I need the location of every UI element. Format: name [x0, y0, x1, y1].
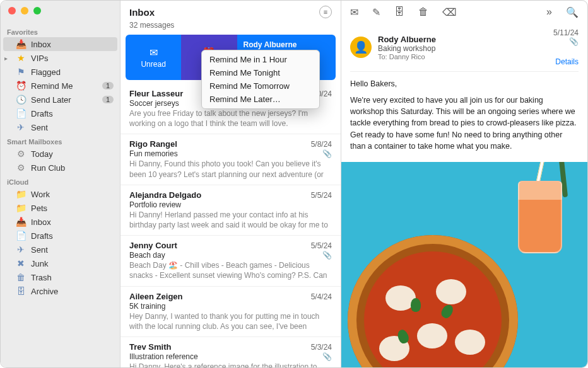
- remind-context-menu: Remind Me in 1 Hour Remind Me Tonight Re…: [201, 50, 320, 109]
- archive-icon[interactable]: 🗄: [394, 6, 404, 18]
- message-subject: Beach day: [129, 251, 165, 260]
- menu-item-remind-tonight[interactable]: Remind Me Tonight: [202, 66, 319, 79]
- sidebar-item-drafts[interactable]: 📄 Drafts: [1, 106, 120, 120]
- sidebar-item-label: Pets: [31, 204, 47, 213]
- message-sender: Aileen Zeigen: [129, 292, 183, 301]
- filter-icon[interactable]: ≡: [319, 6, 332, 18]
- details-link[interactable]: Details: [553, 57, 579, 66]
- message-preview: Hey Danny, I wanted to thank you for put…: [129, 311, 332, 331]
- message-cell[interactable]: Trev Smith5/3/24Illustration reference📎H…: [121, 337, 341, 368]
- message-preview: Hi Danny! Herland passed me your contact…: [129, 210, 332, 230]
- junk-icon: ✖︎: [16, 258, 26, 268]
- menu-item-remind-1h[interactable]: Remind Me in 1 Hour: [202, 53, 319, 66]
- zoom-window-icon[interactable]: [33, 7, 41, 14]
- message-sender: Rigo Rangel: [129, 139, 177, 149]
- message-cell[interactable]: Aileen Zeigen5/4/245K trainingHey Danny,…: [121, 287, 341, 337]
- message-cell[interactable]: Rigo Rangel5/8/24Fun memories📎Hi Danny, …: [121, 134, 341, 185]
- delete-icon[interactable]: 🗑: [418, 6, 428, 18]
- sent-icon: ✈︎: [16, 122, 26, 132]
- sidebar-item-icloud-sent[interactable]: ✈︎ Sent: [1, 243, 120, 256]
- sidebar-item-trash[interactable]: 🗑 Trash: [1, 270, 120, 284]
- send-later-icon: 🕓: [16, 95, 26, 105]
- message-date: 5/3/24: [311, 343, 332, 352]
- swipe-unread-button[interactable]: ✉︎ Unread: [126, 35, 181, 80]
- sidebar-item-icloud-inbox[interactable]: 📥 Inbox: [1, 215, 120, 229]
- sidebar-item-label: Sent: [31, 245, 48, 255]
- message-date: 5/8/24: [311, 140, 332, 149]
- attachment-icon: 📎: [322, 251, 332, 260]
- sidebar-item-pets[interactable]: 📁 Pets: [1, 201, 120, 215]
- sidebar-item-work[interactable]: 📁 Work: [1, 187, 120, 201]
- sidebar-item-label: Work: [31, 190, 50, 199]
- flag-icon: ⚑: [16, 67, 26, 77]
- pizza-illustration: [348, 235, 518, 367]
- close-window-icon[interactable]: [8, 7, 16, 14]
- mailbox-title: Inbox: [129, 7, 155, 18]
- search-icon[interactable]: 🔍: [566, 6, 579, 18]
- message-preview: Are you free Friday to talk about the ne…: [129, 108, 332, 129]
- sidebar-item-label: Run Club: [31, 163, 65, 173]
- gear-icon: ⚙︎: [16, 149, 26, 159]
- sidebar: Favorites 📥 Inbox ▸ ★ VIPs ⚑ Flagged ⏰ R…: [1, 1, 121, 367]
- sidebar-item-today[interactable]: ⚙︎ Today: [1, 147, 120, 161]
- message-date: 5/5/24: [311, 241, 332, 250]
- reader-header: 👤 Rody Albuerne Baking workshop To: Dann…: [341, 23, 587, 66]
- inbox-icon: 📥: [16, 217, 26, 227]
- junk-icon[interactable]: ⌫: [442, 6, 457, 18]
- messages-container: Fleur Lasseur5/10/24Soccer jerseysAre yo…: [121, 84, 341, 368]
- message-subject: Illustration reference: [129, 352, 198, 361]
- sidebar-item-icloud-drafts[interactable]: 📄 Drafts: [1, 229, 120, 243]
- reader-from: Rody Albuerne: [378, 35, 547, 44]
- menu-item-remind-tomorrow[interactable]: Remind Me Tomorrow: [202, 79, 319, 93]
- sidebar-item-label: Drafts: [31, 231, 53, 241]
- sidebar-item-send-later[interactable]: 🕓 Send Later 1: [1, 93, 120, 106]
- sidebar-item-inbox[interactable]: 📥 Inbox: [3, 37, 117, 51]
- folder-icon: 📁: [16, 189, 26, 199]
- window-controls: [1, 1, 120, 25]
- message-date: 5/4/24: [311, 292, 332, 301]
- message-sender: Jenny Court: [129, 241, 177, 250]
- reader-date: 5/11/24: [553, 28, 579, 37]
- message-preview: Hi Danny, Found this photo you took! Can…: [129, 159, 332, 179]
- message-count: 32 messages: [121, 21, 341, 35]
- sidebar-item-label: Drafts: [31, 109, 53, 118]
- reader-subject: Baking workshop: [378, 44, 547, 53]
- clock-icon: ⏰: [16, 81, 26, 91]
- sidebar-item-junk[interactable]: ✖︎ Junk: [1, 256, 120, 270]
- folder-icon: 📁: [16, 203, 26, 213]
- sidebar-item-remind-me[interactable]: ⏰ Remind Me 1: [1, 79, 120, 93]
- message-sender: Trev Smith: [129, 342, 171, 352]
- trash-icon: 🗑: [16, 272, 26, 282]
- list-header: Inbox ≡: [121, 1, 341, 21]
- menu-item-remind-later[interactable]: Remind Me Later…: [202, 93, 319, 106]
- message-sender: Fleur Lasseur: [129, 89, 183, 98]
- chevron-right-icon[interactable]: ▸: [4, 55, 8, 62]
- body-greeting: Hello Bakers,: [350, 78, 579, 89]
- more-icon[interactable]: »: [546, 6, 552, 18]
- minimize-window-icon[interactable]: [21, 7, 28, 14]
- sidebar-item-archive[interactable]: 🗄 Archive: [1, 284, 120, 298]
- badge: 1: [102, 96, 114, 103]
- compose-icon[interactable]: ✎: [372, 6, 380, 18]
- drafts-icon: 📄: [16, 108, 26, 118]
- sidebar-item-run-club[interactable]: ⚙︎ Run Club: [1, 161, 120, 175]
- attachment-icon: 📎: [322, 352, 332, 361]
- reply-icon[interactable]: ✉︎: [350, 6, 358, 18]
- reader-to: Danny Rico: [389, 53, 425, 60]
- message-cell[interactable]: Jenny Court5/5/24Beach day📎Beach Day 🏖️ …: [121, 236, 341, 286]
- attachment-icon: 📎: [553, 37, 579, 46]
- message-cell[interactable]: Alejandra Delgado5/5/24Portfolio reviewH…: [121, 185, 341, 236]
- sidebar-item-flagged[interactable]: ⚑ Flagged: [1, 65, 120, 79]
- reader-to-label: To:: [378, 53, 387, 60]
- reader-pane: ✉︎ ✎ 🗄 🗑 ⌫ » 🔍 👤 Rody Albuerne Baking wo…: [341, 1, 587, 367]
- message-sender: Alejandra Delgado: [129, 190, 201, 200]
- sidebar-item-label: Trash: [31, 273, 52, 282]
- message-subject: Soccer jerseys: [129, 99, 179, 108]
- message-body: Hello Bakers, We're very excited to have…: [341, 72, 587, 162]
- attachment-icon: 📎: [322, 149, 332, 158]
- sidebar-section-smart: Smart Mailboxes: [1, 134, 120, 147]
- gear-icon: ⚙︎: [16, 163, 26, 173]
- sidebar-item-vips[interactable]: ▸ ★ VIPs: [1, 51, 120, 65]
- archive-icon: 🗄: [16, 286, 26, 296]
- sidebar-item-sent[interactable]: ✈︎ Sent: [1, 120, 120, 134]
